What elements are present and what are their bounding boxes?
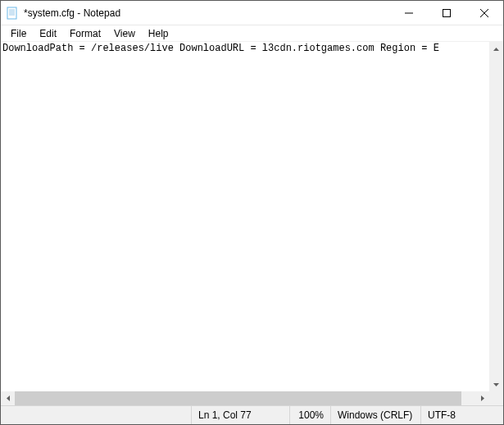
window-controls <box>390 1 503 25</box>
notepad-icon <box>6 7 19 20</box>
editor-area: DownloadPath = /releases/live DownloadUR… <box>1 42 503 391</box>
horizontal-scroll-thumb[interactable] <box>15 391 461 405</box>
status-encoding: UTF-8 <box>421 406 503 424</box>
svg-marker-10 <box>493 383 499 386</box>
scroll-down-icon[interactable] <box>489 377 503 391</box>
maximize-button[interactable] <box>428 1 465 25</box>
horizontal-scrollbar[interactable] <box>1 391 503 405</box>
menu-view[interactable]: View <box>107 26 142 41</box>
menu-help[interactable]: Help <box>142 26 175 41</box>
menu-format[interactable]: Format <box>63 26 107 41</box>
svg-marker-9 <box>493 48 499 51</box>
svg-marker-11 <box>7 395 10 401</box>
horizontal-scroll-track[interactable] <box>15 391 475 405</box>
close-button[interactable] <box>465 1 503 25</box>
statusbar: Ln 1, Col 77 100% Windows (CRLF) UTF-8 <box>1 405 503 424</box>
vertical-scroll-track[interactable] <box>489 56 503 377</box>
vertical-scrollbar[interactable] <box>489 42 503 391</box>
text-content[interactable]: DownloadPath = /releases/live DownloadUR… <box>1 42 489 391</box>
minimize-button[interactable] <box>390 1 428 25</box>
status-cursor-position: Ln 1, Col 77 <box>192 406 290 424</box>
svg-rect-6 <box>443 9 451 16</box>
window-title: *system.cfg - Notepad <box>24 7 390 19</box>
status-spacer <box>1 406 192 424</box>
svg-marker-12 <box>481 395 484 401</box>
scroll-right-icon[interactable] <box>475 391 489 405</box>
menu-edit[interactable]: Edit <box>33 26 63 41</box>
status-line-ending: Windows (CRLF) <box>331 406 421 424</box>
menubar: File Edit Format View Help <box>1 25 503 42</box>
menu-file[interactable]: File <box>4 26 33 41</box>
titlebar: *system.cfg - Notepad <box>1 1 503 25</box>
scroll-corner <box>489 391 503 405</box>
status-zoom: 100% <box>290 406 331 424</box>
scroll-up-icon[interactable] <box>489 42 503 56</box>
scroll-left-icon[interactable] <box>1 391 15 405</box>
